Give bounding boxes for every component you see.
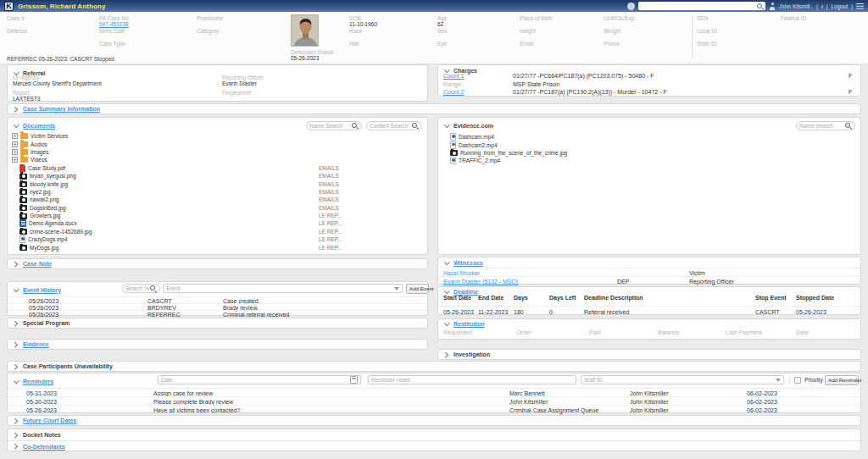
section-title[interactable]: Restitution xyxy=(453,321,485,327)
event-row[interactable]: 05/26/2023 CASCRT Case created. xyxy=(8,296,427,303)
chevron-down-icon[interactable] xyxy=(443,321,449,327)
section-title[interactable]: Reminders xyxy=(23,379,53,384)
folder-row[interactable]: Audios xyxy=(8,140,427,147)
section-case-summary[interactable]: Case Summary Information xyxy=(7,103,861,114)
section-title[interactable]: Docket Notes xyxy=(23,432,61,438)
section-investigation[interactable]: Investigation xyxy=(437,349,861,360)
info-icon[interactable]: i xyxy=(821,3,823,9)
section-title[interactable]: Witnesses xyxy=(453,260,483,266)
chevron-right-icon[interactable] xyxy=(13,261,19,267)
charge-count-link[interactable]: Count 2 xyxy=(443,89,465,95)
search-icon[interactable] xyxy=(149,285,157,292)
search-icon[interactable] xyxy=(411,122,419,130)
chevron-right-icon[interactable] xyxy=(13,320,19,326)
charge-count-link[interactable]: Count 1 xyxy=(443,73,465,79)
reminder-row[interactable]: 05-31-2023 Assign case for review Marc B… xyxy=(8,388,860,396)
file-name[interactable]: Growlers.jpg xyxy=(30,213,60,218)
file-row[interactable]: bloody knife.jpg EMAILS xyxy=(8,180,427,187)
section-future-court-dates[interactable]: Future Court Dates xyxy=(7,415,861,426)
section-special-program[interactable]: Special Program xyxy=(7,318,428,329)
file-name[interactable]: DogsInBed.jpg xyxy=(30,205,66,211)
reminder-date-field[interactable] xyxy=(158,375,361,384)
section-title[interactable]: Deadline xyxy=(453,289,478,295)
expand-plus-icon[interactable] xyxy=(12,141,18,147)
search-icon[interactable] xyxy=(844,122,852,130)
section-title[interactable]: Co-Defendants xyxy=(23,444,65,450)
folder-row[interactable]: Images xyxy=(8,148,427,156)
chevron-down-icon[interactable] xyxy=(13,123,19,129)
reminder-row[interactable]: 05-30-2023 Please complete Brady review … xyxy=(8,396,860,405)
event-row[interactable]: 05/26/2023 BRDYREV Brady review. xyxy=(8,303,427,310)
section-title[interactable]: Evidence xyxy=(23,341,49,347)
reminder-notes-input[interactable] xyxy=(371,377,573,383)
file-name[interactable]: CrazyDogs.mp4 xyxy=(28,236,68,242)
priority-checkbox[interactable] xyxy=(794,377,801,384)
expand-plus-icon[interactable] xyxy=(12,133,18,139)
name-search-input[interactable] xyxy=(799,123,844,129)
folder-name[interactable]: Audios xyxy=(31,141,47,147)
file-name[interactable]: nye2.jpg xyxy=(30,189,51,195)
section-title[interactable]: Case Summary Information xyxy=(23,106,100,112)
file-row[interactable]: nye2.jpg EMAILS xyxy=(8,188,427,196)
reminder-notes-field[interactable] xyxy=(368,375,576,384)
search-icon[interactable] xyxy=(351,122,359,130)
content-search[interactable] xyxy=(366,121,422,130)
dropdown-arrow-icon[interactable] xyxy=(394,287,399,290)
section-title[interactable]: Case Note xyxy=(23,261,52,267)
file-name[interactable]: Case Study.pdf xyxy=(28,165,65,171)
file-row[interactable]: TRAFFIC_2.mp4 xyxy=(438,157,860,164)
staff-select-input[interactable] xyxy=(584,377,774,383)
chevron-right-icon[interactable] xyxy=(13,106,19,112)
chevron-down-icon[interactable] xyxy=(443,123,449,129)
event-search-input[interactable] xyxy=(125,285,149,291)
folder-name[interactable]: Images xyxy=(31,149,48,155)
file-row[interactable]: MyDogs.jpg LE REP... xyxy=(8,243,427,251)
add-event-button[interactable]: Add Event xyxy=(406,284,429,294)
app-logo[interactable]: K xyxy=(4,2,14,11)
file-row[interactable]: CrazyDogs.mp4 LE REP... xyxy=(8,235,427,243)
section-title[interactable]: Investigation xyxy=(453,351,490,357)
section-title[interactable]: Evidence.com xyxy=(453,123,493,129)
calendar-icon[interactable] xyxy=(350,376,358,384)
section-title[interactable]: Case Participants Unavailability xyxy=(23,363,113,369)
section-case-note[interactable]: Case Note xyxy=(7,258,428,269)
folder-name[interactable]: Videos xyxy=(31,157,47,163)
event-select[interactable] xyxy=(163,284,403,293)
file-name[interactable]: TRAFFIC_2.mp4 xyxy=(459,158,500,163)
file-row[interactable]: Demo Agenda.docx LE REP... xyxy=(8,219,427,227)
file-row[interactable]: Running_from_the_scene_of_the_crime.jpg xyxy=(438,149,860,157)
add-reminder-button[interactable]: Add Reminder xyxy=(825,375,859,385)
help-icon[interactable] xyxy=(627,3,635,10)
file-name[interactable]: hawaii2.png xyxy=(30,196,59,202)
dropdown-arrow-icon[interactable] xyxy=(776,379,781,382)
file-name[interactable]: bryan_syegusi.png xyxy=(30,173,76,179)
section-title[interactable]: Future Court Dates xyxy=(23,418,76,423)
global-search[interactable] xyxy=(638,2,765,10)
chevron-right-icon[interactable] xyxy=(13,418,19,423)
folder-row[interactable]: Victim Services xyxy=(8,132,427,140)
folder-name[interactable]: Victim Services xyxy=(31,133,68,139)
file-name[interactable]: Dashcam.mp4 xyxy=(459,134,494,140)
file-name[interactable]: bloody knife.jpg xyxy=(30,181,68,187)
chevron-down-icon[interactable] xyxy=(13,287,19,293)
section-title[interactable]: Special Program xyxy=(23,320,70,326)
section-co-defendants[interactable]: Co-Defendants xyxy=(8,440,860,451)
witness-name-link[interactable]: Hazel Mooker xyxy=(443,270,480,276)
defendant-photo[interactable] xyxy=(291,14,319,47)
chevron-right-icon[interactable] xyxy=(13,341,19,347)
field-value[interactable]: 047-451238 xyxy=(99,21,131,28)
logout-link[interactable]: Logout xyxy=(831,3,848,9)
witness-name-link[interactable]: Evanh Diaster (5132 - MSO) xyxy=(443,279,518,285)
chevron-down-icon[interactable] xyxy=(443,289,449,295)
user-name[interactable]: John Kitsmill.. xyxy=(779,3,813,9)
reminder-row[interactable]: 05-26-2023 Have all victims been contact… xyxy=(8,405,860,413)
folder-row[interactable]: Videos xyxy=(8,156,427,163)
file-row[interactable]: crime-scene-1452689.jpg LE REP... xyxy=(8,228,427,235)
chevron-right-icon[interactable] xyxy=(13,444,19,450)
menu-icon[interactable] xyxy=(856,3,864,9)
event-select-input[interactable] xyxy=(166,285,392,291)
file-row[interactable]: Dashcam2.mp4 xyxy=(438,141,860,148)
chevron-right-icon[interactable] xyxy=(13,432,19,438)
file-row[interactable]: hawaii2.png EMAILS xyxy=(8,196,427,203)
file-name[interactable]: Dashcam2.mp4 xyxy=(459,142,498,148)
